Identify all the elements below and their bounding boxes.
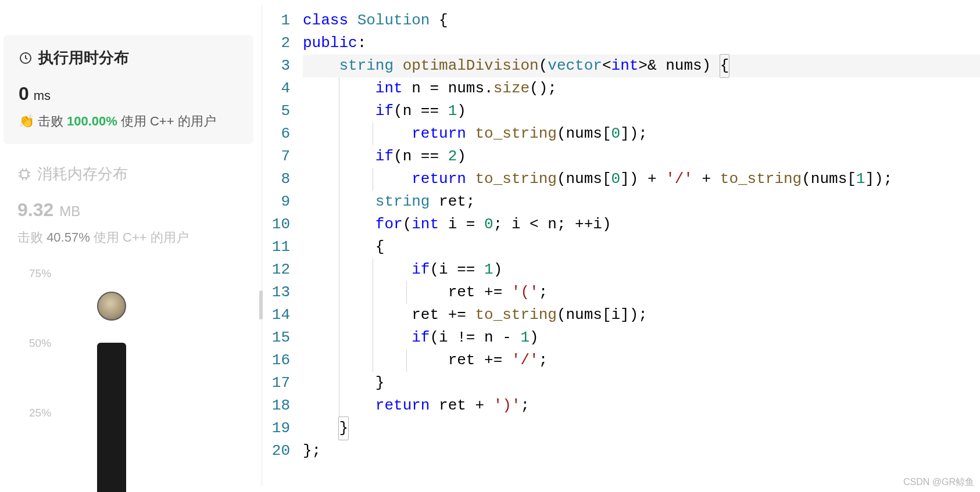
code-line: return ret + ')'; [303, 394, 980, 417]
mem-beat-percent: 40.57% [47, 230, 90, 245]
runtime-unit: ms [34, 88, 51, 103]
ln: 20 [262, 440, 290, 462]
ln: 16 [262, 349, 290, 372]
line-gutter: 1 2 3 4 5 6 7 8 9 10 11 12 13 14 15 16 1… [262, 9, 303, 492]
mem-beat-label: 击败 [17, 230, 43, 245]
code-line: class Solution { [303, 9, 980, 32]
avatar[interactable] [97, 292, 126, 321]
memory-unit: MB [59, 203, 80, 220]
runtime-title-text: 执行用时分布 [38, 48, 129, 68]
memory-title: 消耗内存分布 [17, 164, 246, 184]
ln: 2 [262, 32, 290, 55]
ln: 18 [262, 394, 290, 417]
code-body[interactable]: class Solution { public: string optimalD… [303, 9, 980, 492]
ln: 17 [262, 372, 290, 394]
code-line: public: [303, 32, 980, 55]
code-line: return to_string(nums[0]); [303, 123, 980, 145]
ln: 19 [262, 417, 290, 440]
code-line: return to_string(nums[0]) + '/' + to_str… [303, 168, 980, 191]
code-line: string ret; [303, 191, 980, 213]
ln: 4 [262, 77, 290, 100]
runtime-card[interactable]: 执行用时分布 0 ms 👏 击败 100.00% 使用 C++ 的用户 [3, 35, 253, 144]
ln: 1 [262, 9, 290, 32]
ln: 14 [262, 304, 290, 326]
ln: 10 [262, 213, 290, 236]
code-line: if(n == 1) [303, 100, 980, 123]
memory-beats: 击败 40.57% 使用 C++ 的用户 [17, 229, 246, 246]
beat-label: 击败 [38, 113, 63, 130]
clap-icon: 👏 [19, 114, 34, 129]
ytick-50: 50% [29, 337, 51, 350]
ytick-75: 75% [29, 267, 51, 280]
ln: 12 [262, 258, 290, 281]
code-line: if(i == 1) [303, 258, 980, 281]
ln: 7 [262, 145, 290, 168]
ln: 5 [262, 100, 290, 123]
beat-suffix: 使用 C++ 的用户 [121, 113, 216, 130]
watermark: CSDN @GR鲸鱼 [903, 476, 974, 489]
runtime-number: 0 [19, 83, 29, 105]
code-line: { [303, 236, 980, 258]
code-line: ret += '/'; [303, 349, 980, 372]
runtime-beats: 👏 击败 100.00% 使用 C++ 的用户 [19, 113, 238, 130]
ln: 8 [262, 168, 290, 191]
code-line: int n = nums.size(); [303, 77, 980, 100]
code-line: ret += to_string(nums[i]); [303, 304, 980, 326]
code-line: string optimalDivision(vector<int>& nums… [303, 55, 980, 77]
ytick-25: 25% [29, 407, 51, 419]
code-editor[interactable]: 1 2 3 4 5 6 7 8 9 10 11 12 13 14 15 16 1… [262, 0, 980, 492]
runtime-value: 0 ms [19, 83, 238, 105]
ln: 9 [262, 191, 290, 213]
memory-value: 9.32 MB [17, 199, 246, 221]
runtime-title: 执行用时分布 [19, 48, 238, 68]
ln: 15 [262, 326, 290, 349]
code-line: ret += '('; [303, 281, 980, 304]
code-line: } [303, 417, 980, 440]
chip-icon [17, 167, 31, 181]
code-line: for(int i = 0; i < n; ++i) [303, 213, 980, 236]
ln: 6 [262, 123, 290, 145]
svg-rect-1 [21, 171, 28, 178]
chart-bar[interactable] [97, 343, 126, 492]
code-line: } [303, 372, 980, 394]
code-line: }; [303, 440, 980, 462]
scrollbar-handle[interactable] [259, 290, 263, 319]
memory-chart[interactable]: 75% 50% 25% [17, 267, 246, 459]
clock-icon [19, 51, 33, 65]
code-line: if(n == 2) [303, 145, 980, 168]
memory-title-text: 消耗内存分布 [37, 164, 128, 184]
ln: 11 [262, 236, 290, 258]
memory-section[interactable]: 消耗内存分布 9.32 MB 击败 40.57% 使用 C++ 的用户 75% … [0, 144, 262, 459]
memory-number: 9.32 [17, 199, 53, 221]
code-line: if(i != n - 1) [303, 326, 980, 349]
beat-percent: 100.00% [67, 114, 117, 129]
mem-beat-suffix: 使用 C++ 的用户 [94, 230, 189, 245]
stats-panel: 执行用时分布 0 ms 👏 击败 100.00% 使用 C++ 的用户 消耗内存… [0, 0, 262, 492]
ln: 13 [262, 281, 290, 304]
ln: 3 [262, 55, 290, 77]
